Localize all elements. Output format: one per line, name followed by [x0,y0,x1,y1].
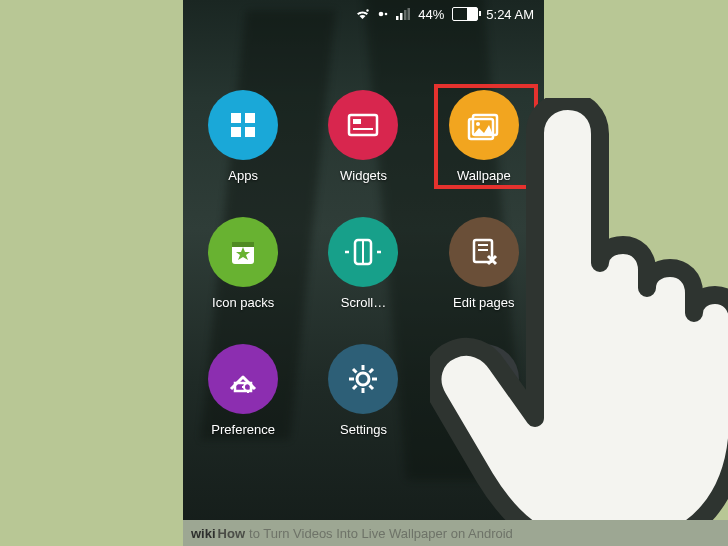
pointing-hand-icon [430,98,728,546]
launcher-item-label: Settings [340,422,387,437]
launcher-item-iconpacks[interactable]: Icon packs [183,217,303,310]
status-bar: 44% 5:24 AM [183,0,544,28]
apps-icon [208,90,278,160]
svg-rect-5 [404,10,407,20]
launcher-item-apps[interactable]: Apps [183,90,303,183]
settings-icon [328,344,398,414]
svg-rect-4 [400,13,403,20]
svg-point-2 [385,13,388,16]
caption-bar: wiki How to Turn Videos Into Live Wallpa… [183,520,728,546]
launcher-item-preference[interactable]: Preference [183,344,303,437]
caption-title: to Turn Videos Into Live Wallpaper on An… [249,526,513,541]
launcher-item-label: Preference [211,422,275,437]
battery-label: 44% [418,7,444,22]
launcher-item-settings[interactable]: Settings [303,344,423,437]
widgets-icon [328,90,398,160]
iconpacks-icon [208,217,278,287]
launcher-item-label: Icon packs [212,295,274,310]
launcher-item-label: Scroll… [341,295,387,310]
svg-rect-3 [396,16,399,20]
preference-icon [208,344,278,414]
launcher-item-widgets[interactable]: Widgets [303,90,423,183]
svg-point-0 [367,9,369,11]
battery-icon [452,7,478,21]
toggle-icon [378,9,388,19]
launcher-item-scroll[interactable]: Scroll… [303,217,423,310]
clock: 5:24 AM [486,7,534,22]
launcher-item-label: Apps [228,168,258,183]
launcher-item-label: Widgets [340,168,387,183]
scroll-icon [328,217,398,287]
svg-point-1 [379,12,384,17]
caption-how: How [218,526,245,541]
wifi-icon [355,8,370,20]
caption-brand: wiki [191,526,216,541]
svg-rect-6 [408,8,411,20]
signal-icon [396,8,410,20]
